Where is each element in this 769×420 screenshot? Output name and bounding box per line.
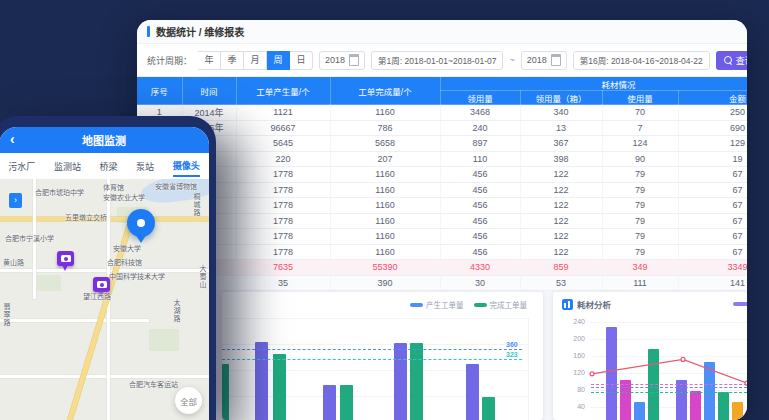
- cell-value: 897: [440, 136, 520, 152]
- breadcrumb: 数据统计 / 维修报表: [137, 20, 747, 44]
- start-year-select[interactable]: 2018: [319, 51, 365, 70]
- consumable-bar: [732, 402, 743, 420]
- selected-camera-pin[interactable]: [127, 209, 155, 237]
- bar-完成工单量: [482, 397, 495, 420]
- cell-value: 5658: [330, 136, 440, 152]
- total-value: 349: [602, 260, 678, 276]
- cell-value: 1778: [236, 244, 330, 260]
- average-value: 53: [520, 275, 602, 291]
- consumable-bar: [620, 380, 631, 420]
- period-option-button[interactable]: 月: [244, 51, 267, 70]
- cell-value: 129: [678, 136, 747, 152]
- range-separator: ~: [509, 55, 514, 65]
- cell-value: 1160: [330, 244, 440, 260]
- period-option-button[interactable]: 季: [221, 51, 244, 70]
- y-axis-tick-label: 160: [565, 352, 585, 359]
- subcol-header: 领用量: [440, 91, 520, 105]
- map-place-label: 桐城路: [191, 193, 201, 217]
- cell-value: 240: [440, 120, 520, 136]
- cell-value: 456: [440, 182, 520, 198]
- cell-value: 122: [520, 182, 602, 198]
- cell-value: 79: [602, 213, 678, 229]
- map-layer-tab[interactable]: 摄像头: [173, 156, 200, 177]
- cell-value: 79: [602, 244, 678, 260]
- table-row: 2 2015年 96667 786 240 13 7 690: [137, 120, 747, 136]
- average-value: 30: [440, 275, 520, 291]
- map-layer-tab[interactable]: 污水厂: [8, 157, 35, 176]
- consumables-chart-plot: 2402001601208040: [553, 292, 747, 420]
- bar-产生工单量: [394, 343, 407, 420]
- cell-value: 786: [330, 120, 440, 136]
- average-value: 111: [602, 275, 678, 291]
- cell-value: 1778: [236, 213, 330, 229]
- cell-value: 456: [440, 167, 520, 183]
- total-row: 合计 7635 55390 4330 859 349 3349: [137, 260, 747, 276]
- start-year-value: 2018: [325, 55, 345, 65]
- cell-value: 96667: [236, 120, 330, 136]
- period-label: 统计周期：: [147, 54, 192, 67]
- camera-marker[interactable]: [93, 277, 110, 292]
- cell-value: 90: [602, 151, 678, 167]
- col-header-time: 时间: [182, 77, 236, 105]
- average-value: 141: [678, 275, 747, 291]
- cell-value: 110: [440, 151, 520, 167]
- period-option-button[interactable]: 年: [198, 51, 221, 70]
- query-button[interactable]: 查询: [716, 51, 747, 70]
- map-place-label: 合肥市宁溪小学: [5, 233, 54, 243]
- consumable-bar: [606, 327, 617, 420]
- consumable-bar: [676, 380, 687, 420]
- road: [0, 269, 209, 272]
- dashboard-panel: 数据统计 / 维修报表 统计周期： 年季月周日 2018 第1周: 2018-0…: [137, 20, 747, 420]
- map-layer-tab[interactable]: 监测站: [54, 157, 81, 176]
- gridline: [528, 318, 529, 420]
- cell-value: 67: [678, 167, 747, 183]
- cell-value: 67: [678, 198, 747, 214]
- cell-value: 1778: [236, 229, 330, 245]
- report-table-footer: 合计 7635 55390 4330 859 349 3349 平均值 35 3…: [137, 260, 747, 291]
- main-road-diagonal: [66, 224, 132, 420]
- cell-value: 207: [330, 151, 440, 167]
- average-value: 390: [330, 275, 440, 291]
- map-place-label: 黄山路: [3, 257, 24, 267]
- table-row: 4 220 207 110 398 90 19: [137, 151, 747, 167]
- query-button-label: 查询: [736, 54, 747, 67]
- map-layer-tab[interactable]: 泵站: [136, 157, 154, 176]
- cell-value: 1160: [330, 182, 440, 198]
- camera-lens-dot: [100, 283, 104, 287]
- map-expand-icon[interactable]: ›: [9, 193, 22, 208]
- cell-value: 456: [440, 198, 520, 214]
- screenshot-stage: 数据统计 / 维修报表 统计周期： 年季月周日 2018 第1周: 2018-0…: [0, 0, 769, 420]
- camera-marker[interactable]: [57, 251, 74, 266]
- cell-value: 1160: [330, 198, 440, 214]
- total-value: 4330: [440, 260, 520, 276]
- end-year-select[interactable]: 2018: [521, 51, 567, 70]
- period-option-button[interactable]: 周: [267, 51, 290, 70]
- cell-value: 122: [520, 198, 602, 214]
- table-row: 6 1778 1160 456 122 79 67: [137, 182, 747, 198]
- cell-value: 1778: [236, 198, 330, 214]
- cell-value: 456: [440, 229, 520, 245]
- breadcrumb-text: 数据统计 / 维修报表: [156, 24, 244, 39]
- col-header-completed: 工单完成量/个: [330, 77, 440, 105]
- back-chevron-icon[interactable]: ‹: [10, 131, 15, 147]
- park-block: [149, 329, 179, 351]
- calendar-icon: [349, 54, 359, 66]
- show-all-button[interactable]: 全部: [175, 387, 202, 414]
- end-week-range-box[interactable]: 第16周: 2018-04-16~2018-04-22: [573, 51, 710, 70]
- consumable-bar: [690, 391, 701, 420]
- calendar-icon: [551, 54, 561, 66]
- road: [0, 375, 209, 378]
- cell-value: 67: [678, 182, 747, 198]
- cell-value: 122: [520, 167, 602, 183]
- map-canvas[interactable]: › 全部 体育馆安徽农业大学合肥市琥珀中学安徽省博物馆桐城路五里墩立交桥合肥市宁…: [0, 179, 209, 420]
- bar-完成工单量: [340, 385, 353, 420]
- start-week-range-box[interactable]: 第1周: 2018-01-01~2018-01-07: [371, 51, 503, 70]
- y-axis-tick-label: 40: [565, 403, 585, 410]
- cell-value: 1778: [236, 182, 330, 198]
- table-row: 3 5645 5658 897 367 124 129: [137, 136, 747, 152]
- map-layer-tab[interactable]: 桥梁: [99, 157, 117, 176]
- workorder-bar-chart-plot: 360323: [222, 292, 543, 420]
- map-place-label: 中国科学技术大学: [109, 271, 165, 281]
- period-option-button[interactable]: 日: [290, 51, 313, 70]
- cell-value: 456: [440, 244, 520, 260]
